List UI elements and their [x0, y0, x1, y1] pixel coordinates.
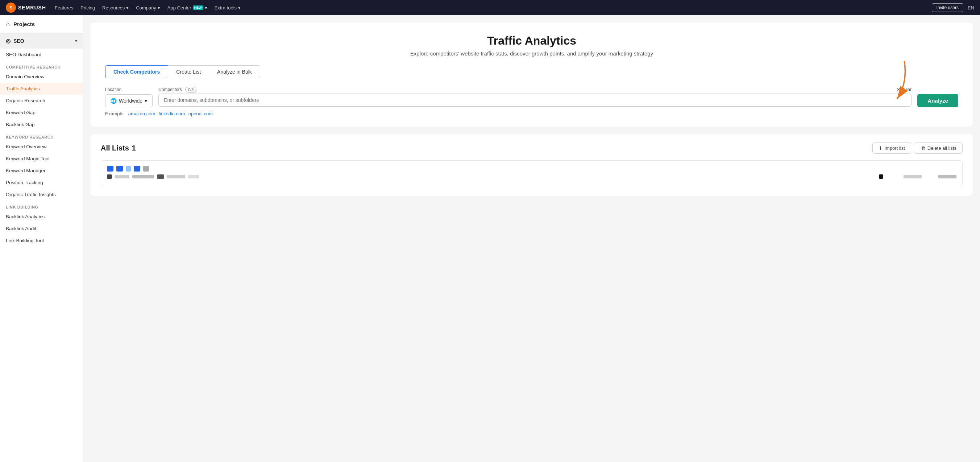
nav-extra-tools[interactable]: Extra tools ▾: [215, 5, 241, 11]
blur-cell: [938, 175, 956, 178]
section-header-link-building: LINK BUILDING: [0, 201, 83, 211]
location-chevron-icon: ▾: [145, 98, 147, 104]
blur-cell: [167, 175, 185, 178]
sidebar-item-organic-traffic-insights[interactable]: Organic Traffic Insights: [0, 189, 83, 201]
home-icon: ⌂: [6, 20, 10, 28]
traffic-analytics-card: Traffic Analytics Explore competitors' w…: [91, 22, 973, 127]
search-row: Location 🌐 Worldwide ▾ Competitors 0/5: [105, 87, 958, 107]
example-linkedin[interactable]: linkedin.com: [159, 111, 185, 116]
input-wrapper: [158, 94, 912, 107]
competitors-label-row: Competitors 0/5 ✕ Clear: [158, 87, 912, 92]
blur-cell: [126, 166, 131, 172]
lists-title: All Lists 1: [101, 144, 136, 152]
nav-right: Invite users EN: [932, 3, 974, 12]
nav-pricing[interactable]: Pricing: [80, 5, 95, 11]
all-lists-card: All Lists 1 ⬇ Import list 🗑 Delete all l…: [91, 134, 973, 196]
sidebar-item-organic-research[interactable]: Organic Research: [0, 95, 83, 107]
section-header-keyword: KEYWORD RESEARCH: [0, 131, 83, 141]
blur-cell: [107, 166, 113, 172]
blur-cell: [904, 175, 922, 178]
sidebar-item-backlink-analytics[interactable]: Backlink Analytics: [0, 211, 83, 223]
invite-users-button[interactable]: Invite users: [932, 3, 963, 12]
lists-header: All Lists 1 ⬇ Import list 🗑 Delete all l…: [101, 142, 963, 154]
lists-actions: ⬇ Import list 🗑 Delete all lists: [872, 142, 963, 154]
delete-all-lists-button[interactable]: 🗑 Delete all lists: [915, 142, 963, 154]
blur-cell: [134, 166, 140, 172]
analyze-button[interactable]: Analyze: [917, 94, 958, 107]
tab-analyze-bulk[interactable]: Analyze in Bulk: [209, 65, 260, 78]
blurred-row-2: [107, 174, 956, 179]
sidebar-item-traffic-analytics[interactable]: Traffic Analytics: [0, 83, 83, 95]
blur-cell: [188, 175, 199, 178]
nav-app-center[interactable]: App Center NEW ▾: [167, 5, 207, 11]
location-group: Location 🌐 Worldwide ▾: [105, 87, 153, 107]
lists-count: 1: [132, 144, 136, 152]
seo-icon: ◎: [6, 38, 11, 44]
globe-icon: 🌐: [111, 98, 117, 104]
nav-features[interactable]: Features: [55, 5, 73, 11]
tab-check-competitors[interactable]: Check Competitors: [105, 65, 168, 78]
import-list-button[interactable]: ⬇ Import list: [872, 142, 911, 154]
seo-label: ◎ SEO: [6, 38, 24, 44]
sidebar-item-keyword-magic-tool[interactable]: Keyword Magic Tool: [0, 153, 83, 165]
competitors-count-badge: 0/5: [185, 87, 196, 92]
main-content: Traffic Analytics Explore competitors' w…: [83, 15, 980, 462]
example-amazon[interactable]: amazon.com: [128, 111, 155, 116]
clear-x-icon: ✕: [897, 87, 900, 92]
location-label: Location: [105, 87, 153, 92]
location-value: Worldwide: [119, 98, 142, 104]
blur-cell: [879, 174, 883, 179]
page-title: Traffic Analytics: [105, 34, 958, 48]
sidebar-item-seo-dashboard[interactable]: SEO Dashboard: [0, 49, 83, 61]
competitors-input[interactable]: [158, 94, 912, 107]
sidebar-item-domain-overview[interactable]: Domain Overview: [0, 71, 83, 83]
blur-cell: [143, 166, 149, 172]
blurred-row-1: [107, 166, 956, 172]
section-header-competitive: COMPETITIVE RESEARCH: [0, 61, 83, 71]
download-icon: ⬇: [878, 145, 883, 151]
clear-button[interactable]: ✕ Clear: [897, 87, 912, 92]
logo-text: SEMRUSH: [18, 5, 46, 11]
page-subtitle: Explore competitors' website traffic sta…: [105, 50, 958, 57]
list-preview: [101, 160, 963, 187]
sidebar-item-position-tracking[interactable]: Position Tracking: [0, 177, 83, 189]
sidebar-item-backlink-audit[interactable]: Backlink Audit: [0, 223, 83, 235]
sidebar-item-keyword-overview[interactable]: Keyword Overview: [0, 141, 83, 153]
tab-create-list[interactable]: Create List: [168, 65, 209, 78]
sidebar-item-backlink-gap[interactable]: Backlink Gap: [0, 119, 83, 131]
blur-cell: [116, 166, 123, 172]
example-openai[interactable]: openai.com: [188, 111, 213, 116]
projects-nav-item[interactable]: ⌂ Projects: [0, 15, 83, 33]
nav-resources[interactable]: Resources ▾: [102, 5, 129, 11]
blur-cell: [107, 174, 112, 179]
sidebar-item-keyword-manager[interactable]: Keyword Manager: [0, 165, 83, 177]
seo-section[interactable]: ◎ SEO ▾: [0, 33, 83, 49]
nav-links: Features Pricing Resources ▾ Company ▾ A…: [55, 5, 923, 11]
sidebar-item-link-building-tool[interactable]: Link Building Tool: [0, 235, 83, 247]
sidebar-item-keyword-gap[interactable]: Keyword Gap: [0, 107, 83, 119]
sidebar: ⌂ Projects ◎ SEO ▾ SEO Dashboard COMPETI…: [0, 15, 83, 462]
location-selector[interactable]: 🌐 Worldwide ▾: [105, 94, 153, 107]
examples-row: Example: amazon.com linkedin.com openai.…: [105, 111, 958, 116]
blur-cell: [132, 175, 154, 178]
svg-text:S: S: [10, 5, 13, 11]
competitors-label: Competitors 0/5: [158, 87, 196, 92]
logo[interactable]: S SEMRUSH: [6, 3, 46, 13]
competitors-group: Competitors 0/5 ✕ Clear: [158, 87, 912, 107]
tab-row: Check Competitors Create List Analyze in…: [105, 65, 958, 78]
app-body: ⌂ Projects ◎ SEO ▾ SEO Dashboard COMPETI…: [0, 15, 980, 462]
nav-company[interactable]: Company ▾: [136, 5, 160, 11]
arrow-sidebar: [83, 44, 98, 88]
top-navigation: S SEMRUSH Features Pricing Resources ▾ C…: [0, 0, 980, 15]
blur-cell: [157, 174, 164, 179]
blur-cell: [115, 175, 129, 178]
seo-chevron-icon: ▾: [75, 38, 77, 43]
language-selector[interactable]: EN: [968, 5, 974, 11]
projects-label: Projects: [13, 21, 35, 27]
trash-icon: 🗑: [921, 145, 926, 151]
